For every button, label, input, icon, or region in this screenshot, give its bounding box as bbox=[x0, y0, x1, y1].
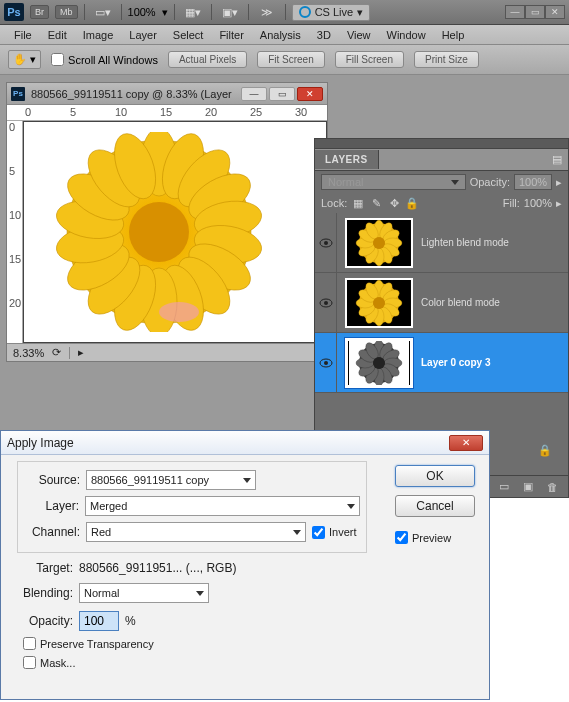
layer-row[interactable]: Color blend mode bbox=[315, 273, 568, 333]
arrange-icon[interactable]: ▦▾ bbox=[181, 3, 205, 21]
panel-menu-icon[interactable]: ▤ bbox=[546, 153, 568, 166]
layer-row[interactable]: Lighten blend mode bbox=[315, 213, 568, 273]
blending-label: Blending: bbox=[17, 586, 73, 600]
app-zoom[interactable]: 100% bbox=[128, 6, 156, 18]
zoom-value[interactable]: 8.33% bbox=[13, 347, 44, 359]
blending-select[interactable]: Normal bbox=[79, 583, 209, 603]
layer-name[interactable]: Layer 0 copy 3 bbox=[421, 357, 490, 368]
svg-point-15 bbox=[373, 297, 385, 309]
cslive-button[interactable]: CS Live▾ bbox=[292, 4, 371, 21]
flower-image bbox=[54, 132, 264, 332]
document-titlebar[interactable]: Ps 880566_99119511 copy @ 8.33% (Layer 0… bbox=[7, 83, 327, 105]
svg-point-17 bbox=[324, 361, 328, 365]
print-size-button[interactable]: Print Size bbox=[414, 51, 479, 68]
layer-group-icon[interactable]: ▭ bbox=[496, 480, 512, 494]
layer-thumbnail[interactable] bbox=[345, 218, 413, 268]
app-close[interactable]: ✕ bbox=[545, 5, 565, 19]
screen-mode-icon[interactable]: ▭▾ bbox=[91, 3, 115, 21]
menu-3d[interactable]: 3D bbox=[309, 26, 339, 44]
layer-thumbnail[interactable] bbox=[345, 338, 413, 388]
cancel-button[interactable]: Cancel bbox=[395, 495, 475, 517]
channel-select[interactable]: Red bbox=[86, 522, 306, 542]
scroll-all-checkbox[interactable]: Scroll All Windows bbox=[51, 53, 158, 66]
opacity-field[interactable]: 100% bbox=[514, 174, 552, 190]
app-topbar: Ps Br Mb ▭▾ 100%▾ ▦▾ ▣▾ ≫ CS Live▾ ― ▭ ✕ bbox=[0, 0, 569, 25]
doc-maximize[interactable]: ▭ bbox=[269, 87, 295, 101]
svg-point-9 bbox=[373, 237, 385, 249]
svg-point-2 bbox=[129, 202, 189, 262]
dialog-close-button[interactable]: ✕ bbox=[449, 435, 483, 451]
options-bar: ✋ ▾ Scroll All Windows Actual Pixels Fit… bbox=[0, 45, 569, 75]
lock-icon: 🔒 bbox=[538, 444, 552, 457]
lock-transparency-icon[interactable]: ▦ bbox=[351, 196, 365, 210]
dialog-titlebar[interactable]: Apply Image ✕ bbox=[1, 431, 489, 455]
pct-label: % bbox=[125, 614, 136, 628]
ok-button[interactable]: OK bbox=[395, 465, 475, 487]
visibility-toggle[interactable] bbox=[315, 333, 337, 392]
menu-analysis[interactable]: Analysis bbox=[252, 26, 309, 44]
status-info-icon[interactable]: ▸ bbox=[78, 346, 84, 359]
ruler-horizontal[interactable]: 0 5 10 15 20 25 30 bbox=[7, 105, 327, 121]
extras-icon[interactable]: ▣▾ bbox=[218, 3, 242, 21]
actual-pixels-button[interactable]: Actual Pixels bbox=[168, 51, 247, 68]
main-menubar: File Edit Image Layer Select Filter Anal… bbox=[0, 25, 569, 45]
apply-image-dialog: Apply Image ✕ Source: 880566_99119511 co… bbox=[0, 430, 490, 700]
more-icon[interactable]: ≫ bbox=[255, 3, 279, 21]
source-label: Source: bbox=[24, 473, 80, 487]
canvas[interactable] bbox=[23, 121, 327, 343]
menu-help[interactable]: Help bbox=[434, 26, 473, 44]
doc-minimize[interactable]: ― bbox=[241, 87, 267, 101]
visibility-toggle[interactable] bbox=[315, 213, 337, 272]
opacity-input[interactable] bbox=[79, 611, 119, 631]
ruler-vertical[interactable]: 0 5 10 15 20 bbox=[7, 121, 23, 343]
svg-point-11 bbox=[324, 301, 328, 305]
menu-edit[interactable]: Edit bbox=[40, 26, 75, 44]
source-select[interactable]: 880566_99119511 copy bbox=[86, 470, 256, 490]
doc-close[interactable]: ✕ bbox=[297, 87, 323, 101]
lock-all-icon[interactable]: 🔒 bbox=[405, 196, 419, 210]
app-window-buttons: ― ▭ ✕ bbox=[505, 5, 565, 19]
preserve-checkbox[interactable]: Preserve Transparency bbox=[23, 637, 154, 650]
layer-name[interactable]: Lighten blend mode bbox=[421, 237, 509, 248]
fit-screen-button[interactable]: Fit Screen bbox=[257, 51, 325, 68]
layers-tab[interactable]: LAYERS bbox=[315, 150, 379, 169]
menu-layer[interactable]: Layer bbox=[121, 26, 165, 44]
menu-view[interactable]: View bbox=[339, 26, 379, 44]
opacity-label: Opacity: bbox=[470, 176, 510, 188]
layer-name[interactable]: Color blend mode bbox=[421, 297, 500, 308]
menu-file[interactable]: File bbox=[6, 26, 40, 44]
layer-row[interactable]: Layer 0 copy 3 bbox=[315, 333, 568, 393]
photoshop-icon: Ps bbox=[4, 3, 24, 21]
app-maximize[interactable]: ▭ bbox=[525, 5, 545, 19]
layer-label: Layer: bbox=[24, 499, 79, 513]
blend-mode-select[interactable]: Normal bbox=[321, 174, 466, 190]
target-value: 880566_9911951... (..., RGB) bbox=[79, 561, 236, 575]
hand-tool-icon[interactable]: ✋ ▾ bbox=[8, 50, 41, 69]
lock-position-icon[interactable]: ✥ bbox=[387, 196, 401, 210]
lock-label: Lock: bbox=[321, 197, 347, 209]
app-minimize[interactable]: ― bbox=[505, 5, 525, 19]
fill-field[interactable]: 100% bbox=[524, 197, 552, 209]
layer-thumbnail[interactable] bbox=[345, 278, 413, 328]
menu-window[interactable]: Window bbox=[379, 26, 434, 44]
preview-checkbox[interactable]: Preview bbox=[395, 531, 475, 544]
menu-select[interactable]: Select bbox=[165, 26, 212, 44]
fill-label: Fill: bbox=[503, 197, 520, 209]
invert-checkbox[interactable]: Invert bbox=[312, 526, 357, 539]
status-arrow-icon[interactable]: ⟳ bbox=[52, 346, 61, 359]
menu-filter[interactable]: Filter bbox=[211, 26, 251, 44]
bridge-chip[interactable]: Br bbox=[30, 5, 49, 19]
mask-checkbox[interactable]: Mask... bbox=[23, 656, 75, 669]
menu-image[interactable]: Image bbox=[75, 26, 122, 44]
delete-layer-icon[interactable]: 🗑 bbox=[544, 480, 560, 494]
visibility-toggle[interactable] bbox=[315, 273, 337, 332]
panel-grip[interactable] bbox=[315, 139, 568, 149]
fill-screen-button[interactable]: Fill Screen bbox=[335, 51, 404, 68]
document-title: 880566_99119511 copy @ 8.33% (Layer 0 c.… bbox=[31, 88, 235, 100]
minibridge-chip[interactable]: Mb bbox=[55, 5, 78, 19]
channel-label: Channel: bbox=[24, 525, 80, 539]
new-layer-icon[interactable]: ▣ bbox=[520, 480, 536, 494]
layer-select[interactable]: Merged bbox=[85, 496, 360, 516]
document-icon: Ps bbox=[11, 87, 25, 101]
lock-pixels-icon[interactable]: ✎ bbox=[369, 196, 383, 210]
